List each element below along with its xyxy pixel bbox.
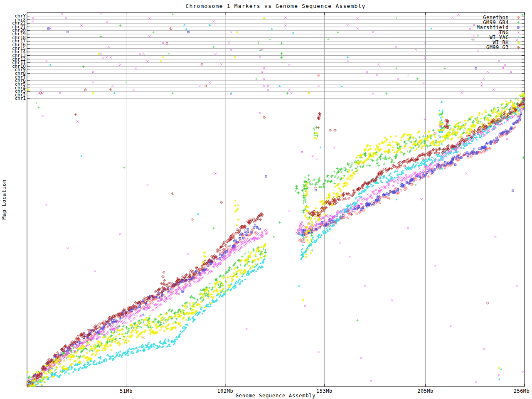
x-tick-label: 51Mb	[120, 388, 133, 394]
x-tick-label: 153Mb	[316, 388, 332, 394]
chr-axis-label: chr1	[15, 96, 26, 101]
chart-title: Chromosome 1 Markers vs Genome Sequence …	[185, 3, 365, 9]
y-axis-label: Map Location	[1, 180, 7, 219]
x-tick-label: 256Mb	[514, 388, 530, 394]
legend-marker-wi-rh	[517, 41, 520, 44]
legend-marker-marshfield-fill	[518, 27, 518, 27]
scatter-plot: Chromosome 1 Markers vs Genome Sequence …	[0, 0, 532, 399]
chart-canvas: Chromosome 1 Markers vs Genome Sequence …	[0, 0, 532, 399]
x-tick-label: 205Mb	[417, 388, 433, 394]
legend-marker-genethon-fill	[518, 17, 518, 17]
legend-marker-gm99-g3-fill	[518, 47, 518, 47]
legend-label-gm99-g3: GM99 G3	[486, 44, 509, 50]
x-tick-label: 102Mb	[217, 388, 234, 394]
x-axis-label: Genome Sequence Assembly	[236, 393, 316, 399]
